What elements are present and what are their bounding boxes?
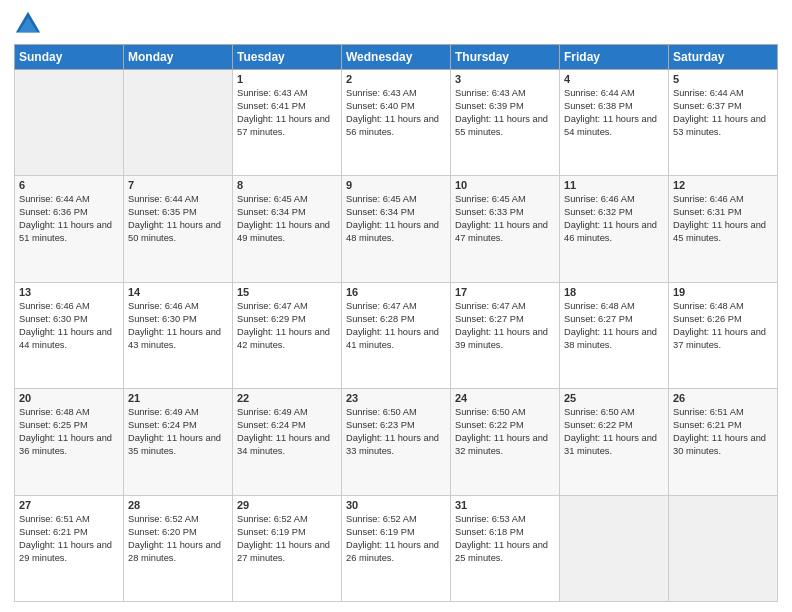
day-cell: 16Sunrise: 6:47 AM Sunset: 6:28 PM Dayli… [342, 282, 451, 388]
day-cell: 11Sunrise: 6:46 AM Sunset: 6:32 PM Dayli… [560, 176, 669, 282]
day-number: 10 [455, 179, 555, 191]
day-cell: 10Sunrise: 6:45 AM Sunset: 6:33 PM Dayli… [451, 176, 560, 282]
day-number: 31 [455, 499, 555, 511]
day-cell [560, 495, 669, 601]
day-number: 20 [19, 392, 119, 404]
day-info: Sunrise: 6:50 AM Sunset: 6:22 PM Dayligh… [455, 406, 555, 458]
day-info: Sunrise: 6:48 AM Sunset: 6:25 PM Dayligh… [19, 406, 119, 458]
day-number: 11 [564, 179, 664, 191]
week-row-1: 6Sunrise: 6:44 AM Sunset: 6:36 PM Daylig… [15, 176, 778, 282]
day-cell: 28Sunrise: 6:52 AM Sunset: 6:20 PM Dayli… [124, 495, 233, 601]
day-info: Sunrise: 6:46 AM Sunset: 6:30 PM Dayligh… [19, 300, 119, 352]
day-info: Sunrise: 6:50 AM Sunset: 6:23 PM Dayligh… [346, 406, 446, 458]
day-info: Sunrise: 6:52 AM Sunset: 6:19 PM Dayligh… [346, 513, 446, 565]
day-info: Sunrise: 6:44 AM Sunset: 6:38 PM Dayligh… [564, 87, 664, 139]
day-cell: 4Sunrise: 6:44 AM Sunset: 6:38 PM Daylig… [560, 70, 669, 176]
day-info: Sunrise: 6:49 AM Sunset: 6:24 PM Dayligh… [237, 406, 337, 458]
day-number: 17 [455, 286, 555, 298]
day-info: Sunrise: 6:45 AM Sunset: 6:33 PM Dayligh… [455, 193, 555, 245]
day-cell: 8Sunrise: 6:45 AM Sunset: 6:34 PM Daylig… [233, 176, 342, 282]
day-info: Sunrise: 6:45 AM Sunset: 6:34 PM Dayligh… [237, 193, 337, 245]
day-cell: 29Sunrise: 6:52 AM Sunset: 6:19 PM Dayli… [233, 495, 342, 601]
day-number: 7 [128, 179, 228, 191]
day-number: 26 [673, 392, 773, 404]
day-cell: 26Sunrise: 6:51 AM Sunset: 6:21 PM Dayli… [669, 389, 778, 495]
day-info: Sunrise: 6:48 AM Sunset: 6:26 PM Dayligh… [673, 300, 773, 352]
day-number: 15 [237, 286, 337, 298]
day-cell: 14Sunrise: 6:46 AM Sunset: 6:30 PM Dayli… [124, 282, 233, 388]
day-cell: 3Sunrise: 6:43 AM Sunset: 6:39 PM Daylig… [451, 70, 560, 176]
day-number: 28 [128, 499, 228, 511]
day-cell: 21Sunrise: 6:49 AM Sunset: 6:24 PM Dayli… [124, 389, 233, 495]
day-cell: 5Sunrise: 6:44 AM Sunset: 6:37 PM Daylig… [669, 70, 778, 176]
day-number: 27 [19, 499, 119, 511]
day-info: Sunrise: 6:43 AM Sunset: 6:39 PM Dayligh… [455, 87, 555, 139]
day-info: Sunrise: 6:46 AM Sunset: 6:32 PM Dayligh… [564, 193, 664, 245]
week-row-4: 27Sunrise: 6:51 AM Sunset: 6:21 PM Dayli… [15, 495, 778, 601]
page: SundayMondayTuesdayWednesdayThursdayFrid… [0, 0, 792, 612]
day-number: 1 [237, 73, 337, 85]
day-cell: 19Sunrise: 6:48 AM Sunset: 6:26 PM Dayli… [669, 282, 778, 388]
header-row: SundayMondayTuesdayWednesdayThursdayFrid… [15, 45, 778, 70]
week-row-3: 20Sunrise: 6:48 AM Sunset: 6:25 PM Dayli… [15, 389, 778, 495]
day-info: Sunrise: 6:45 AM Sunset: 6:34 PM Dayligh… [346, 193, 446, 245]
day-number: 8 [237, 179, 337, 191]
day-number: 3 [455, 73, 555, 85]
day-cell: 6Sunrise: 6:44 AM Sunset: 6:36 PM Daylig… [15, 176, 124, 282]
logo-icon [14, 10, 42, 38]
day-number: 21 [128, 392, 228, 404]
day-info: Sunrise: 6:50 AM Sunset: 6:22 PM Dayligh… [564, 406, 664, 458]
day-info: Sunrise: 6:52 AM Sunset: 6:19 PM Dayligh… [237, 513, 337, 565]
day-info: Sunrise: 6:51 AM Sunset: 6:21 PM Dayligh… [673, 406, 773, 458]
day-info: Sunrise: 6:53 AM Sunset: 6:18 PM Dayligh… [455, 513, 555, 565]
day-number: 9 [346, 179, 446, 191]
day-number: 4 [564, 73, 664, 85]
day-number: 24 [455, 392, 555, 404]
day-header-saturday: Saturday [669, 45, 778, 70]
day-cell: 7Sunrise: 6:44 AM Sunset: 6:35 PM Daylig… [124, 176, 233, 282]
day-info: Sunrise: 6:49 AM Sunset: 6:24 PM Dayligh… [128, 406, 228, 458]
day-info: Sunrise: 6:47 AM Sunset: 6:27 PM Dayligh… [455, 300, 555, 352]
day-number: 12 [673, 179, 773, 191]
day-cell: 27Sunrise: 6:51 AM Sunset: 6:21 PM Dayli… [15, 495, 124, 601]
day-number: 25 [564, 392, 664, 404]
day-header-monday: Monday [124, 45, 233, 70]
day-info: Sunrise: 6:46 AM Sunset: 6:31 PM Dayligh… [673, 193, 773, 245]
day-header-thursday: Thursday [451, 45, 560, 70]
day-cell: 20Sunrise: 6:48 AM Sunset: 6:25 PM Dayli… [15, 389, 124, 495]
day-info: Sunrise: 6:46 AM Sunset: 6:30 PM Dayligh… [128, 300, 228, 352]
day-number: 16 [346, 286, 446, 298]
day-number: 23 [346, 392, 446, 404]
day-cell: 31Sunrise: 6:53 AM Sunset: 6:18 PM Dayli… [451, 495, 560, 601]
day-cell: 30Sunrise: 6:52 AM Sunset: 6:19 PM Dayli… [342, 495, 451, 601]
day-info: Sunrise: 6:47 AM Sunset: 6:28 PM Dayligh… [346, 300, 446, 352]
day-info: Sunrise: 6:52 AM Sunset: 6:20 PM Dayligh… [128, 513, 228, 565]
day-cell: 15Sunrise: 6:47 AM Sunset: 6:29 PM Dayli… [233, 282, 342, 388]
day-number: 13 [19, 286, 119, 298]
day-cell: 17Sunrise: 6:47 AM Sunset: 6:27 PM Dayli… [451, 282, 560, 388]
day-number: 29 [237, 499, 337, 511]
day-header-tuesday: Tuesday [233, 45, 342, 70]
day-header-wednesday: Wednesday [342, 45, 451, 70]
week-row-2: 13Sunrise: 6:46 AM Sunset: 6:30 PM Dayli… [15, 282, 778, 388]
day-cell: 22Sunrise: 6:49 AM Sunset: 6:24 PM Dayli… [233, 389, 342, 495]
day-cell [124, 70, 233, 176]
day-number: 22 [237, 392, 337, 404]
day-cell [15, 70, 124, 176]
week-row-0: 1Sunrise: 6:43 AM Sunset: 6:41 PM Daylig… [15, 70, 778, 176]
calendar-table: SundayMondayTuesdayWednesdayThursdayFrid… [14, 44, 778, 602]
day-number: 18 [564, 286, 664, 298]
day-header-friday: Friday [560, 45, 669, 70]
day-cell: 12Sunrise: 6:46 AM Sunset: 6:31 PM Dayli… [669, 176, 778, 282]
day-cell: 2Sunrise: 6:43 AM Sunset: 6:40 PM Daylig… [342, 70, 451, 176]
day-number: 30 [346, 499, 446, 511]
logo [14, 10, 46, 38]
day-cell: 18Sunrise: 6:48 AM Sunset: 6:27 PM Dayli… [560, 282, 669, 388]
day-cell: 25Sunrise: 6:50 AM Sunset: 6:22 PM Dayli… [560, 389, 669, 495]
day-info: Sunrise: 6:43 AM Sunset: 6:40 PM Dayligh… [346, 87, 446, 139]
day-cell [669, 495, 778, 601]
day-info: Sunrise: 6:44 AM Sunset: 6:36 PM Dayligh… [19, 193, 119, 245]
day-info: Sunrise: 6:47 AM Sunset: 6:29 PM Dayligh… [237, 300, 337, 352]
day-cell: 9Sunrise: 6:45 AM Sunset: 6:34 PM Daylig… [342, 176, 451, 282]
day-number: 14 [128, 286, 228, 298]
